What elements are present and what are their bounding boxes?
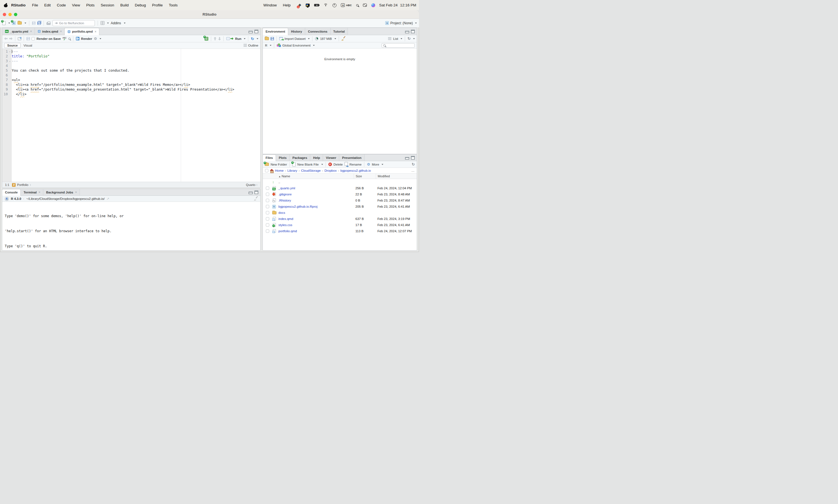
open-in-new-window-icon[interactable] [18,37,21,40]
menu-help[interactable]: Help [280,3,294,7]
tab-packages[interactable]: Packages [290,155,310,161]
menu-file[interactable]: File [29,3,41,7]
table-row[interactable]: docs [263,210,417,216]
menu-plots[interactable]: Plots [83,3,98,7]
new-file-button[interactable] [2,21,5,25]
tab-plots[interactable]: Plots [276,155,290,161]
goto-file-function-box[interactable] [52,20,95,26]
tab-tutorial[interactable]: Tutorial [331,28,348,35]
language-caret[interactable] [270,45,272,46]
r-version-label[interactable]: R 4.3.0 [11,197,21,200]
close-tab-icon[interactable] [60,30,62,33]
save-button[interactable] [32,21,35,25]
breadcrumb-library[interactable]: Library [287,169,297,172]
tab-index-qmd[interactable]: index.qmd [35,28,65,35]
breadcrumb-dropbox[interactable]: Dropbox [325,169,336,172]
column-header-size[interactable]: Size [354,174,376,179]
control-center-icon[interactable] [363,4,367,7]
forward-arrow-icon[interactable] [9,37,13,40]
menu-bar-clock[interactable]: Sat Feb 24 12:16 PM [379,3,416,7]
new-blank-file-caret[interactable] [321,164,323,165]
minimize-pane-icon[interactable] [248,31,253,33]
environment-selector[interactable]: Global Environment [282,44,311,47]
close-tab-icon[interactable] [38,191,40,194]
close-tab-icon[interactable] [30,30,32,33]
panes-grid-icon[interactable] [101,21,104,25]
clear-console-broom-icon[interactable] [254,197,258,201]
new-blank-file-label[interactable]: New Blank File [297,163,319,166]
load-workspace-icon[interactable] [265,37,269,40]
row-checkbox[interactable] [266,223,269,227]
tab-history[interactable]: History [288,28,305,35]
delete-icon[interactable] [328,163,332,166]
clear-environment-broom-icon[interactable] [342,37,346,41]
display-status-icon[interactable] [306,4,310,7]
close-tab-icon[interactable] [75,191,77,194]
table-row[interactable]: .Rhistory 0 B Feb 23, 2024, 8:47 AM [263,197,417,203]
tab-terminal[interactable]: Terminal [21,189,43,195]
table-row[interactable]: index.qmd 637 B Feb 23, 2024, 3:19 PM [263,216,417,222]
menu-window[interactable]: Window [260,3,280,7]
insert-chunk-button[interactable] [205,37,208,41]
input-source-icon[interactable]: A ABC [341,3,352,7]
section-selector[interactable]: Portfolio [12,183,31,187]
rename-button[interactable] [345,162,348,167]
row-checkbox[interactable] [266,230,269,233]
maximize-pane-icon[interactable] [255,191,258,194]
refresh-dropdown-caret[interactable] [413,38,415,39]
new-project-button[interactable] [12,21,16,25]
addins-button[interactable]: Addins [111,21,121,25]
more-caret[interactable] [382,164,383,165]
project-selector[interactable]: Project: (None) [385,21,417,25]
environment-caret[interactable] [313,45,315,46]
tab-connections[interactable]: Connections [305,28,331,35]
rename-label[interactable]: Rename [350,163,362,166]
run-previous-chunks-icon[interactable] [214,37,216,40]
siri-icon[interactable] [371,3,375,7]
save-all-button[interactable] [37,21,41,25]
tab-quarto-yml[interactable]: _quarto.yml [2,28,35,35]
render-settings-gear-icon[interactable] [94,37,97,40]
run-next-chunk-icon[interactable] [218,37,221,40]
row-checkbox[interactable] [266,186,269,190]
tab-background-jobs[interactable]: Background Jobs [43,189,80,195]
maximize-pane-icon[interactable] [411,156,415,159]
visual-view-button[interactable]: Visual [23,44,32,47]
breadcrumb-overflow-icon[interactable] [412,169,415,172]
new-folder-label[interactable]: New Folder [270,163,287,166]
back-arrow-icon[interactable] [4,37,7,40]
find-replace-icon[interactable] [68,38,71,40]
source-dropdown-caret[interactable] [257,38,258,39]
source-view-button[interactable]: Source [4,43,21,48]
environment-search-box[interactable] [382,43,415,48]
menu-edit[interactable]: Edit [41,3,54,7]
run-dropdown-caret[interactable] [244,38,245,39]
tab-viewer[interactable]: Viewer [323,155,339,161]
new-folder-button[interactable] [265,163,269,166]
import-dropdown-caret[interactable] [308,38,310,39]
menu-code[interactable]: Code [54,3,69,7]
table-row[interactable]: styles.css 17 B Feb 23, 2024, 6:41 AM [263,222,417,228]
column-header-modified[interactable]: Modified [376,174,417,179]
open-file-button[interactable] [18,21,22,24]
panes-dropdown-caret[interactable] [107,22,109,24]
addins-dropdown-caret[interactable] [124,22,125,24]
new-blank-file-button[interactable] [292,163,296,166]
console-output[interactable]: Type 'demo()' for some demos, 'help()' f… [2,202,260,250]
apple-menu-icon[interactable] [4,3,8,7]
goto-directory-icon[interactable] [107,197,109,201]
memory-usage-label[interactable]: 187 MiB [320,37,332,40]
row-checkbox[interactable] [266,199,269,202]
breadcrumb-home[interactable]: Home [275,169,284,172]
language-selector[interactable]: R [265,44,267,47]
tab-help[interactable]: Help [310,155,323,161]
row-checkbox[interactable] [266,193,269,196]
column-header-name[interactable]: Name [278,175,354,178]
tab-presentation[interactable]: Presentation [339,155,365,161]
cursor-position[interactable]: 1:1 [5,183,9,186]
table-row[interactable]: .gitignore 22 B Feb 23, 2024, 8:48 AM [263,191,417,197]
save-workspace-icon[interactable] [270,37,274,40]
save-document-button[interactable] [27,37,30,40]
spellcheck-icon[interactable]: ABC [63,37,67,40]
menu-app-name[interactable]: RStudio [8,3,29,7]
